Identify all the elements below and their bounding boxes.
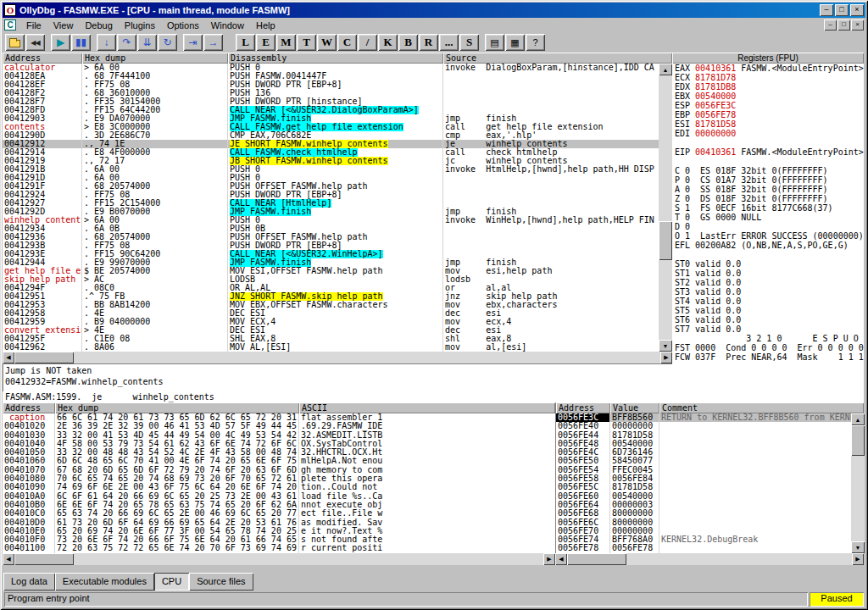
pause-button[interactable]: ▮▮ bbox=[71, 34, 91, 51]
scroll-track[interactable] bbox=[14, 553, 543, 565]
stack-row[interactable]: 0056FE6880000000 bbox=[556, 509, 851, 518]
view-patches-button[interactable]: / bbox=[358, 34, 377, 51]
animate-over-button[interactable]: ↻ bbox=[158, 34, 177, 51]
dump-row[interactable]: 004010E065 20 69 74 20 6E 6F 77 3F 00 54… bbox=[3, 527, 555, 535]
disasm-row[interactable]: 0041291D. 6A 00PUSH 0 bbox=[3, 174, 659, 182]
stack-hscrollbar[interactable]: ◀ ▶ bbox=[555, 553, 864, 565]
dump-row[interactable]: 004010202E 36 39 2E 32 39 00 46 41 53 4D… bbox=[3, 422, 555, 430]
run-button[interactable]: ▶ bbox=[51, 34, 70, 51]
stack-row[interactable]: 0056FE4C6D736146 bbox=[556, 448, 851, 457]
dump-row[interactable]: 004010C065 63 74 20 66 69 6C 65 2E 00 46… bbox=[3, 509, 555, 518]
dump-ascii-header[interactable]: ASCII bbox=[299, 402, 555, 413]
dump-pane[interactable]: _caption66 6C 61 74 20 61 73 73 65 6D 62… bbox=[3, 413, 555, 553]
menu-item-view[interactable]: View bbox=[47, 19, 80, 32]
mdi-minimize-button[interactable]: – bbox=[824, 19, 837, 30]
dump-row[interactable]: 004010606D 6C 48 65 6C 70 41 00 4E 6F 74… bbox=[3, 457, 555, 465]
disasm-row[interactable]: 0041291B. 6A 00PUSH 0invoke HtmlHelp,[hw… bbox=[3, 165, 659, 174]
stack-vscrollbar[interactable]: ▲ ▼ bbox=[851, 413, 865, 553]
register-row[interactable]: ESI 81781D58 bbox=[672, 119, 864, 129]
view-cpu-button[interactable]: C bbox=[337, 34, 357, 51]
disasm-row[interactable]: 0041292D. E9 B0070000JMP FASMW.finishjmp… bbox=[3, 208, 659, 216]
disasm-row[interactable]: 00412919., 72 17JB SHORT FASMW.winhelp_c… bbox=[3, 157, 659, 165]
stack-address-header[interactable]: Address bbox=[556, 402, 610, 413]
scroll-up-button[interactable]: ▲ bbox=[659, 64, 672, 75]
register-row[interactable]: EDI 00000000 bbox=[672, 129, 864, 138]
hexdump-column-header[interactable]: Hex dump bbox=[82, 53, 228, 64]
dump-row[interactable]: 0040103033 32 00 41 53 4D 45 44 49 54 00… bbox=[3, 431, 555, 440]
disasm-vscrollbar[interactable]: ▲ ▼ bbox=[659, 64, 672, 352]
dump-hex-header[interactable]: Hex dump bbox=[55, 402, 299, 413]
info-pane[interactable]: Jump is NOT taken 00412932=FASMW.winhelp… bbox=[3, 363, 672, 391]
address-column-header[interactable]: Address bbox=[3, 53, 82, 64]
appearance-list-button[interactable]: ▤ bbox=[485, 34, 504, 51]
disasm-row[interactable]: 0041291F. 68 20574000PUSH OFFSET FASMW.h… bbox=[3, 182, 659, 191]
disasm-row[interactable]: 004128F2. 68 36010000PUSH 136 bbox=[3, 89, 659, 97]
stack-row[interactable]: 0056FE6000540000 bbox=[556, 492, 851, 501]
disasm-row[interactable]: 00412914. E8 4F000000CALL FASMW.check_ht… bbox=[3, 148, 659, 157]
disasm-row[interactable]: skip_help_path> ACLODSBlodsb bbox=[3, 275, 659, 284]
register-row[interactable]: EAX 00410361 FASMW.<ModuleEntryPoint> bbox=[672, 64, 864, 73]
appearance-grid-button[interactable]: ▦ bbox=[505, 34, 525, 51]
menu-item-file[interactable]: File bbox=[20, 19, 47, 32]
dump-hscrollbar[interactable]: ◀ ▶ bbox=[3, 553, 555, 565]
disasm-row[interactable]: 00412959. B9 04000000MOV ECX,4mov ecx,4 bbox=[3, 318, 659, 326]
app-icon[interactable]: O bbox=[4, 4, 16, 16]
scroll-right-button[interactable]: ▶ bbox=[543, 553, 555, 565]
disasm-row[interactable]: 004128FD. FF15 64C44200CALL NEAR [<&USER… bbox=[3, 106, 659, 114]
tab-executable-modules[interactable]: Executable modules bbox=[55, 573, 154, 591]
disasm-row[interactable]: 00412903. E9 DA070000JMP FASMW.finishjmp… bbox=[3, 114, 659, 123]
scroll-down-button[interactable]: ▼ bbox=[659, 340, 672, 352]
disasm-row[interactable]: 0041294F. 08C0OR AL,ALor al,al bbox=[3, 284, 659, 292]
register-row[interactable]: EBX 00540000 bbox=[672, 92, 864, 101]
menu-item-plugins[interactable]: Plugins bbox=[119, 19, 161, 32]
scroll-thumb[interactable] bbox=[14, 553, 74, 565]
register-row[interactable]: EDX 81781DB8 bbox=[672, 82, 864, 92]
scroll-left-button[interactable]: ◀ bbox=[555, 553, 567, 565]
disasm-row[interactable]: 00412953. BB 8AB14200MOV EBX,OFFSET FASM… bbox=[3, 301, 659, 309]
disasm-row[interactable]: 004128EF. FF75 08PUSH DWORD PTR [EBP+8] bbox=[3, 80, 659, 89]
disasm-row[interactable]: 00412934. 6A 0BPUSH 0B bbox=[3, 225, 659, 233]
disasm-row[interactable]: winhelp_contents> 6A 00PUSH 0invoke WinH… bbox=[3, 216, 659, 225]
scroll-thumb[interactable] bbox=[851, 425, 865, 456]
scroll-track[interactable] bbox=[567, 553, 852, 565]
dump-row[interactable]: 004010404F 58 00 53 79 73 54 61 62 43 6F… bbox=[3, 440, 555, 448]
view-windows-button[interactable]: W bbox=[317, 34, 337, 51]
stack-row[interactable]: 0056FE4481781D58 bbox=[556, 431, 851, 440]
maximize-button[interactable]: □ bbox=[835, 4, 849, 16]
dump-row[interactable]: 004010F073 20 6E 6F 74 20 66 6F 75 6E 64… bbox=[3, 535, 555, 544]
step-over-button[interactable]: ↷ bbox=[117, 34, 136, 51]
scroll-right-button[interactable]: ▶ bbox=[660, 352, 672, 363]
disasm-row[interactable]: 00412936. 68 20574000PUSH OFFSET FASMW.h… bbox=[3, 233, 659, 241]
dump-row[interactable]: 0040110072 20 63 75 72 72 65 6E 74 20 70… bbox=[3, 544, 555, 552]
stack-row[interactable]: 0056FE6400000003 bbox=[556, 501, 851, 509]
stack-row[interactable]: 0056FE580056FE84 bbox=[556, 474, 851, 483]
tab-source-files[interactable]: Source files bbox=[189, 573, 253, 591]
disasm-row[interactable]: 00412924. FF75 08PUSH DWORD PTR [EBP+8] bbox=[3, 191, 659, 199]
close-button[interactable]: × bbox=[850, 4, 864, 16]
stack-value-header[interactable]: Value bbox=[610, 402, 659, 413]
register-row[interactable]: ESP 0056FE3C bbox=[672, 101, 864, 110]
minimize-button[interactable]: – bbox=[820, 4, 833, 16]
view-references-button[interactable]: R bbox=[419, 34, 438, 51]
open-file-button[interactable] bbox=[5, 34, 25, 51]
dump-row[interactable]: 004010D061 73 20 6D 6F 64 69 66 69 65 64… bbox=[3, 518, 555, 527]
tab-log-data[interactable]: Log data bbox=[3, 573, 55, 591]
dump-row[interactable]: _caption66 6C 61 74 20 61 73 73 65 6D 62… bbox=[3, 413, 555, 422]
stack-pane[interactable]: 0056FE3CBFF8B560RETURN to KERNEL32.BFF8B… bbox=[555, 413, 851, 553]
registers-pane-header[interactable]: Registers (FPU) bbox=[672, 53, 864, 64]
scroll-track[interactable] bbox=[659, 75, 672, 340]
disasm-row[interactable]: 00412962. 8A06MOV AL,[ESI]mov al,[esi] bbox=[3, 343, 659, 352]
view-run-trace-button[interactable]: ... bbox=[439, 34, 459, 51]
scroll-right-button[interactable]: ▶ bbox=[852, 553, 864, 565]
disasm-row[interactable]: 00412912., 74 1EJE SHORT FASMW.winhelp_c… bbox=[3, 140, 659, 148]
disasm-row[interactable]: calculator> 6A 00PUSH 0invoke DialogBoxP… bbox=[3, 64, 659, 72]
dump-row[interactable]: 004010A06C 6F 61 64 20 66 69 6C 65 20 25… bbox=[3, 492, 555, 501]
tab-cpu[interactable]: CPU bbox=[154, 573, 189, 591]
disasm-hscrollbar[interactable]: ◀ ▶ bbox=[3, 352, 672, 363]
title-bar[interactable]: O OllyDbg - FASMW.EXE - [CPU - main thre… bbox=[3, 3, 865, 18]
disasm-row[interactable]: 00412944. E9 99070000JMP FASMW.finishjmp… bbox=[3, 258, 659, 267]
menu-item-window[interactable]: Window bbox=[205, 19, 250, 32]
disasm-pane[interactable]: calculator> 6A 00PUSH 0invoke DialogBoxP… bbox=[3, 64, 659, 352]
scroll-down-button[interactable]: ▼ bbox=[851, 541, 865, 553]
dump-row[interactable]: 004010B06E 6E 6F 74 20 65 78 65 63 75 74… bbox=[3, 501, 555, 509]
